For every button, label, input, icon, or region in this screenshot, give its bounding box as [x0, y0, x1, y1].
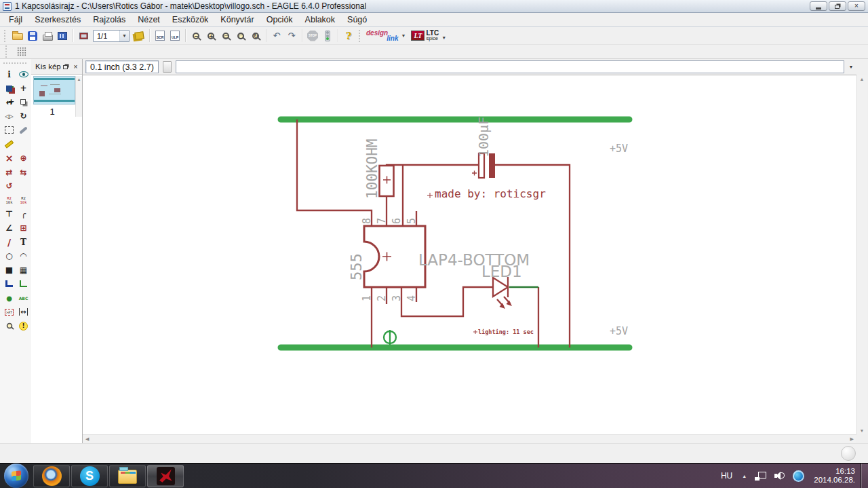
tool-gateswap[interactable]: ⇆ [17, 166, 30, 179]
close-button[interactable]: × [848, 1, 865, 11]
tray-app-icon[interactable] [793, 470, 804, 482]
zoom-out-button[interactable]: ▭ [218, 29, 233, 43]
power-buses[interactable] [281, 119, 629, 348]
run-script-button[interactable]: SCR [153, 29, 167, 43]
sheet-thumbnail[interactable] [33, 76, 75, 105]
sheet-selector[interactable]: 1/1 ▼ [93, 30, 130, 42]
titlebar[interactable]: 1 Kapcsolásirajz - C:\Users\Rotics Gábor… [0, 0, 868, 13]
tool-dimension[interactable]: ↔ [17, 305, 30, 318]
tool-text[interactable]: T [17, 236, 30, 248]
print-button[interactable] [40, 29, 55, 43]
taskbar-explorer[interactable] [109, 465, 146, 487]
command-line-input[interactable] [176, 60, 844, 73]
menu-ablakok[interactable]: Ablakok [299, 14, 341, 26]
start-button[interactable] [4, 464, 28, 488]
command-history-dropdown[interactable]: ▼ [846, 60, 856, 74]
scroll-down-icon[interactable]: ▼ [859, 427, 866, 434]
tool-show[interactable] [17, 68, 30, 81]
toolbar-handle[interactable] [5, 45, 9, 58]
schematic-svg[interactable]: 100KOHM 100µF 555 8 7 6 5 1 2 3 4 +5V +5… [83, 75, 856, 434]
schematic-canvas[interactable]: 100KOHM 100µF 555 8 7 6 5 1 2 3 4 +5V +5… [83, 75, 856, 434]
tool-smash[interactable]: ⊤ [3, 208, 16, 221]
taskbar-firefox[interactable] [33, 465, 70, 487]
tool-info[interactable]: i [3, 68, 16, 81]
switch-to-board-button[interactable] [76, 29, 91, 43]
scroll-up-icon[interactable]: ▲ [859, 75, 866, 83]
scroll-left-icon[interactable]: ◀ [84, 435, 90, 443]
command-mini-button[interactable] [163, 61, 172, 73]
menu-fajl[interactable]: Fájl [3, 14, 28, 26]
tool-arc[interactable]: ◠ [17, 250, 30, 263]
taskbar-skype[interactable]: S [71, 465, 108, 487]
tool-delete[interactable]: × [3, 152, 16, 165]
zoom-redraw-button[interactable]: ↻ [248, 29, 263, 43]
run-ulp-button[interactable]: ULP [167, 29, 182, 43]
go-button[interactable] [320, 29, 335, 43]
network-icon[interactable] [755, 472, 766, 481]
toolbar-handle[interactable] [359, 30, 362, 42]
show-desktop-button[interactable] [861, 464, 868, 488]
tool-junction[interactable]: ● [3, 292, 16, 305]
menu-nezet[interactable]: Nézet [132, 14, 166, 26]
tool-circle[interactable]: ○ [3, 250, 16, 263]
chevron-down-icon[interactable]: ▼ [119, 31, 129, 41]
redo-button[interactable]: ↷ [284, 29, 299, 43]
designlink-button[interactable]: design link ▼ [366, 29, 408, 43]
zoom-fit-button[interactable]: − [189, 29, 203, 43]
save-button[interactable] [25, 29, 40, 43]
led-symbol[interactable] [493, 277, 512, 309]
export-image-button[interactable] [55, 29, 70, 43]
tool-replace[interactable]: ↺ [3, 180, 16, 193]
tool-attribute[interactable]: >AT [3, 305, 16, 318]
panel-close-button[interactable]: × [71, 62, 80, 71]
zoom-select-button[interactable]: ▢ [233, 29, 248, 43]
tool-copy[interactable] [17, 96, 30, 109]
clock[interactable]: 16:13 2014.06.28. [808, 467, 861, 485]
tool-name[interactable]: R210k [3, 193, 16, 206]
tool-miter[interactable]: ╭ [17, 208, 30, 221]
panel-float-button[interactable] [62, 62, 71, 71]
tool-wire[interactable]: / [3, 236, 16, 248]
ltc-spice-button[interactable]: LT LTC spice ▼ [411, 31, 449, 41]
scroll-right-icon[interactable]: ▶ [849, 435, 855, 443]
help-button[interactable]: ? [341, 29, 356, 43]
wire-vcc-pin8[interactable] [297, 119, 372, 226]
tool-rect[interactable]: ■ [3, 263, 16, 276]
speaker-icon[interactable] [774, 471, 785, 481]
preview-panel-header[interactable]: Kis kép × [31, 59, 82, 75]
minimize-button[interactable] [810, 1, 827, 11]
grid-button[interactable] [12, 44, 26, 59]
undo-button[interactable]: ↶ [269, 29, 284, 43]
tool-errors[interactable]: ! [17, 320, 30, 333]
use-library-button[interactable] [132, 29, 146, 43]
tool-display[interactable] [3, 82, 16, 95]
tool-net[interactable] [17, 278, 30, 290]
hidden-icons-button[interactable]: ▲ [738, 474, 751, 478]
tool-erc[interactable] [3, 320, 16, 333]
tool-bus[interactable] [3, 278, 16, 290]
taskbar-eagle-active[interactable] [147, 465, 184, 487]
tool-invoke[interactable]: ⊞ [17, 222, 30, 235]
palette-handle[interactable] [3, 62, 26, 65]
resistor-100kohm[interactable] [380, 166, 394, 196]
ic-555[interactable] [364, 226, 425, 287]
tool-paste[interactable] [3, 138, 16, 151]
menu-eszkozok[interactable]: Eszközök [166, 14, 215, 26]
tool-pinswap[interactable]: ⇄ [3, 166, 16, 179]
junction-symbol[interactable] [384, 330, 396, 345]
vertical-scrollbar[interactable]: ▲ ▼ [856, 75, 867, 434]
tool-mark[interactable]: + [17, 82, 30, 95]
menu-sugo[interactable]: Súgó [341, 14, 373, 26]
horizontal-scrollbar[interactable]: ◀ ▶ [83, 434, 856, 443]
toolbar-handle[interactable] [4, 30, 7, 42]
panel-scrollbar[interactable]: ▲ [75, 76, 82, 117]
menu-konyvtar[interactable]: Könyvtár [214, 14, 260, 26]
tool-mirror[interactable]: ◁▷ [3, 110, 16, 123]
open-button[interactable] [10, 29, 25, 43]
tool-polygon[interactable]: ▦ [17, 263, 30, 276]
menu-rajzolas[interactable]: Rajzolás [87, 14, 132, 26]
tool-move[interactable]: ↔+ [3, 96, 16, 109]
menu-szerkesztes[interactable]: Szerkesztés [28, 14, 87, 26]
tool-value[interactable]: R210k [17, 193, 30, 206]
zoom-in-button[interactable]: + [203, 29, 218, 43]
